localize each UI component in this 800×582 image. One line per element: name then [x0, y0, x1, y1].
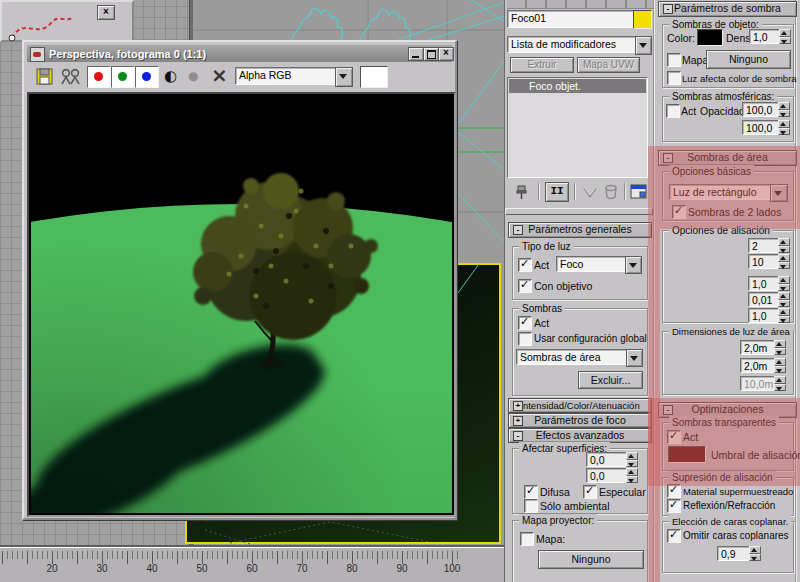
spinner-up-icon[interactable] [626, 452, 638, 460]
dim-row-spinner[interactable] [774, 340, 786, 355]
color-amount-spinner[interactable] [778, 120, 790, 135]
spinner-up-icon[interactable] [778, 238, 790, 246]
spinner-down-icon[interactable] [778, 316, 790, 324]
red-channel-button[interactable] [87, 66, 111, 88]
opacity-spinner[interactable] [778, 102, 790, 117]
aa-row-spinner[interactable] [778, 292, 790, 307]
targeted-checkbox[interactable]: ✓ [518, 279, 532, 293]
density-spinner[interactable] [779, 29, 791, 44]
atmos-on-checkbox[interactable] [666, 104, 680, 118]
color-amount-field[interactable]: 100,0 [742, 120, 780, 135]
rollout-intensity[interactable]: +Intensidad/Color/Atenuación [508, 398, 652, 413]
spinner-up-icon[interactable] [778, 120, 790, 128]
collapse-icon[interactable]: - [513, 225, 523, 235]
aa-row-field[interactable]: 1,0 [748, 276, 780, 291]
rollout-shadow-params[interactable]: -Parámetros de sombra [658, 1, 797, 17]
collapse-icon[interactable]: - [513, 431, 523, 441]
spinner-up-icon[interactable] [774, 340, 786, 348]
contrast-spinner[interactable] [626, 452, 638, 467]
exclude-button[interactable]: Excluir... [578, 371, 643, 389]
collapse-icon[interactable]: - [663, 405, 673, 415]
area-light-mode-dropdown[interactable]: Luz de rectángulo [669, 184, 772, 200]
use-global-checkbox[interactable] [518, 332, 532, 346]
coplanar-threshold-spinner[interactable] [749, 546, 761, 561]
spinner-down-icon[interactable] [778, 262, 790, 270]
spinner-up-icon[interactable] [778, 276, 790, 284]
spinner-down-icon[interactable] [774, 366, 786, 374]
shadow-map-none-button[interactable]: Ninguno [706, 50, 791, 69]
dim-row-field[interactable]: 2,0m [740, 340, 776, 355]
alpha-channel-icon[interactable]: ● [188, 67, 198, 86]
soften-edge-field[interactable]: 0,0 [586, 468, 628, 483]
dim-row-field[interactable]: 2,0m [740, 358, 776, 373]
projector-map-none-button[interactable]: Ninguno [538, 550, 644, 569]
render-window-titlebar[interactable]: Perspectiva, fotograma 0 (1:1) × [27, 45, 452, 62]
spinner-down-icon[interactable] [779, 37, 791, 45]
light-affects-checkbox[interactable] [667, 71, 681, 85]
make-unique-icon[interactable] [582, 186, 598, 200]
collapse-icon[interactable]: - [663, 4, 673, 14]
projector-map-checkbox[interactable] [520, 532, 534, 546]
spinner-up-icon[interactable] [749, 546, 761, 554]
specular-checkbox[interactable]: ✓ [583, 485, 597, 499]
minimize-button[interactable] [408, 47, 424, 61]
background-color-swatch[interactable] [360, 66, 388, 88]
skip-coplanar-checkbox[interactable]: ✓ [667, 529, 681, 543]
shadow-type-dropdown[interactable]: Sombras de área [516, 349, 630, 365]
two-sided-checkbox[interactable]: ✓ [672, 205, 686, 219]
green-channel-button[interactable] [111, 66, 135, 88]
channel-dropdown-arrow[interactable] [335, 67, 353, 87]
configure-modifier-sets-icon[interactable] [630, 184, 648, 200]
aa-threshold-swatch[interactable] [668, 446, 706, 463]
aa-row-field[interactable]: 2 [748, 238, 780, 253]
spinner-down-icon[interactable] [749, 554, 761, 562]
aa-row-field[interactable]: 1,0 [748, 308, 780, 323]
aa-row-spinner[interactable] [778, 254, 790, 269]
shadow-map-checkbox[interactable] [667, 53, 681, 67]
aa-row-spinner[interactable] [778, 238, 790, 253]
blue-channel-button[interactable] [135, 66, 159, 88]
map-uvw-button[interactable]: Mapa UVW [577, 57, 640, 73]
extrude-button[interactable]: Extruir [510, 57, 574, 73]
spinner-down-icon[interactable] [774, 384, 786, 392]
spinner-up-icon[interactable] [778, 292, 790, 300]
spinner-up-icon[interactable] [778, 102, 790, 110]
rollout-advanced-effects[interactable]: -Efectos avanzados [508, 428, 652, 443]
spinner-down-icon[interactable] [626, 476, 638, 484]
channel-dropdown[interactable]: Alpha RGB [235, 67, 336, 85]
mini-dialog-close-button[interactable]: × [97, 5, 115, 20]
collapse-icon[interactable]: - [663, 153, 673, 163]
spinner-up-icon[interactable] [774, 358, 786, 366]
spinner-down-icon[interactable] [778, 128, 790, 136]
aa-row-spinner[interactable] [778, 308, 790, 323]
command-panel-tabs[interactable] [507, 0, 653, 9]
diffuse-checkbox[interactable]: ✓ [524, 485, 538, 499]
rollout-spot-params[interactable]: +Parámetros de foco [508, 413, 652, 428]
clear-image-icon[interactable]: × [211, 63, 228, 87]
reflection-checkbox[interactable]: ✓ [667, 499, 681, 513]
spinner-down-icon[interactable] [778, 246, 790, 254]
remove-modifier-icon[interactable] [604, 184, 618, 200]
transparent-on-checkbox[interactable]: ✓ [667, 430, 681, 444]
shadows-on-checkbox[interactable]: ✓ [518, 316, 532, 330]
aa-row-field[interactable]: 10 [748, 254, 780, 269]
close-button[interactable]: × [438, 47, 454, 61]
spinner-down-icon[interactable] [626, 460, 638, 468]
modifier-list-dropdown[interactable]: Lista de modificadores [507, 36, 636, 53]
aa-row-field[interactable]: 0,01 [748, 292, 780, 307]
aa-row-spinner[interactable] [778, 276, 790, 291]
modifier-list-arrow[interactable] [635, 36, 652, 55]
spinner-up-icon[interactable] [626, 468, 638, 476]
light-on-checkbox[interactable]: ✓ [518, 258, 532, 272]
spinner-down-icon[interactable] [778, 284, 790, 292]
track-bar[interactable]: 20 30 40 50 60 70 80 90 100 [0, 547, 505, 582]
dim-row-spinner[interactable] [774, 376, 786, 391]
save-bitmap-icon[interactable] [36, 68, 54, 85]
spinner-up-icon[interactable] [778, 254, 790, 262]
pin-stack-icon[interactable] [515, 184, 529, 200]
light-type-dropdown[interactable]: Foco [556, 256, 630, 272]
stack-item-selected[interactable]: Foco objet. [509, 79, 646, 93]
coplanar-threshold-field[interactable]: 0,9 [717, 546, 751, 561]
spinner-down-icon[interactable] [778, 300, 790, 308]
rollout-area-shadows[interactable]: -Sombras de área [658, 150, 797, 166]
